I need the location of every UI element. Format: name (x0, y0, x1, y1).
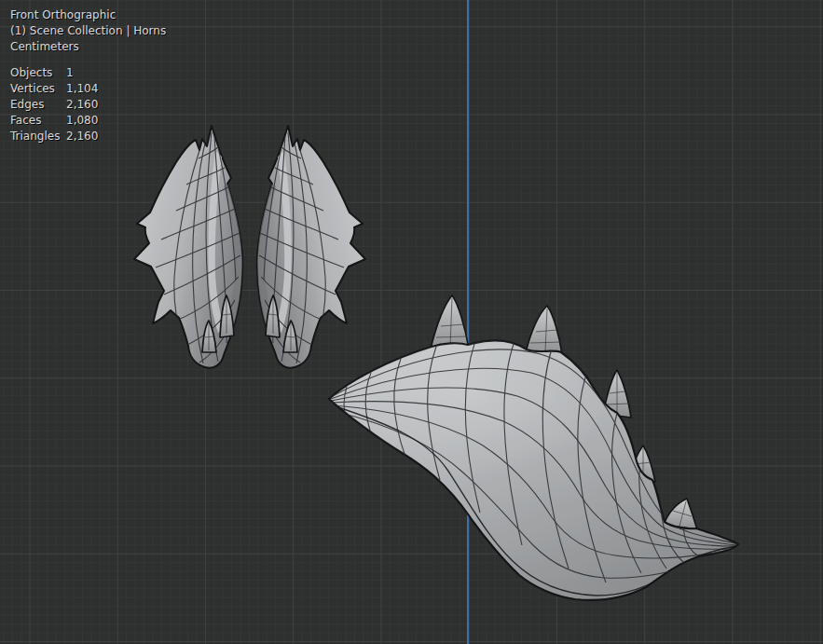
stat-row-edges: Edges 2,160 (10, 97, 166, 113)
viewport-overlay-text: Front Orthographic (1) Scene Collection … (10, 7, 166, 144)
view-name: Front Orthographic (10, 7, 166, 23)
stat-label: Edges (10, 97, 66, 113)
units-label: Centimeters (10, 39, 166, 55)
stat-value: 2,160 (66, 97, 98, 113)
breadcrumb: (1) Scene Collection | Horns (10, 23, 166, 39)
horn-mesh-left[interactable] (134, 126, 242, 368)
3d-viewport[interactable]: Front Orthographic (1) Scene Collection … (0, 0, 823, 644)
stat-label: Objects (10, 65, 66, 81)
horn-mesh-right[interactable] (257, 126, 365, 368)
stat-row-objects: Objects 1 (10, 65, 166, 81)
stat-value: 2,160 (66, 129, 98, 144)
stat-label: Faces (10, 113, 66, 129)
stat-value: 1 (66, 65, 74, 81)
stat-label: Triangles (10, 129, 66, 144)
stat-value: 1,080 (66, 113, 98, 129)
stat-value: 1,104 (66, 81, 98, 97)
stat-row-faces: Faces 1,080 (10, 113, 166, 129)
stat-row-triangles: Triangles 2,160 (10, 129, 166, 144)
horn-mesh-large[interactable] (329, 295, 738, 600)
stat-row-vertices: Vertices 1,104 (10, 81, 166, 97)
statistics-panel: Objects 1 Vertices 1,104 Edges 2,160 Fac… (10, 65, 166, 144)
stat-label: Vertices (10, 81, 66, 97)
